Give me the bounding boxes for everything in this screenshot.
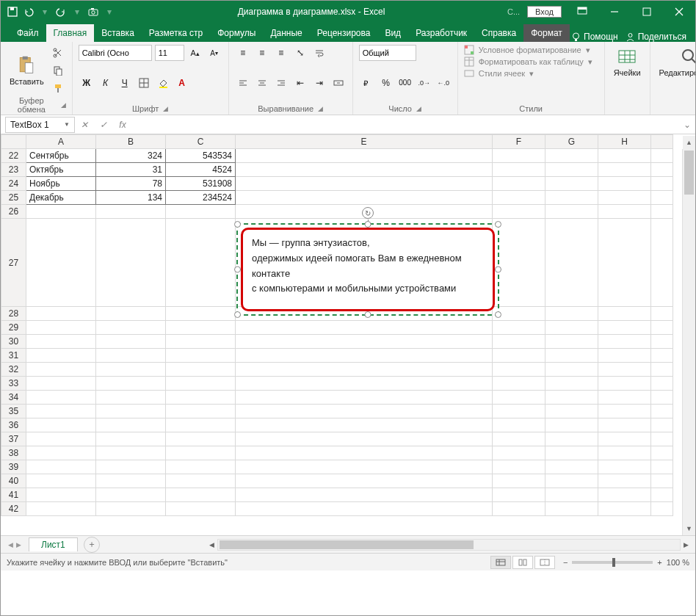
cell[interactable] bbox=[545, 446, 598, 460]
row-header[interactable]: 41 bbox=[1, 488, 26, 502]
worksheet-grid[interactable]: A B C E F G H 22 Сентябрь 324 543534 23 … bbox=[1, 134, 695, 535]
format-painter-button[interactable] bbox=[50, 80, 66, 96]
cell[interactable] bbox=[545, 377, 598, 391]
tab-developer[interactable]: Разработчик bbox=[408, 24, 474, 42]
font-color-button[interactable]: A bbox=[174, 75, 190, 91]
cell[interactable] bbox=[26, 446, 96, 460]
cell[interactable] bbox=[545, 391, 598, 405]
cell[interactable] bbox=[493, 474, 545, 488]
cell[interactable] bbox=[598, 460, 651, 474]
cell[interactable]: Ноябрь bbox=[26, 177, 96, 191]
cell[interactable] bbox=[651, 391, 673, 405]
cell[interactable] bbox=[598, 205, 651, 219]
cell[interactable] bbox=[26, 474, 96, 488]
dialog-launcher-icon[interactable]: ◢ bbox=[318, 105, 323, 112]
cell[interactable] bbox=[236, 191, 493, 205]
tab-help[interactable]: Справка bbox=[474, 24, 523, 42]
vertical-scrollbar[interactable]: ▲ ▼ bbox=[682, 149, 695, 535]
cell[interactable] bbox=[166, 335, 236, 349]
row-header[interactable]: 23 bbox=[1, 163, 26, 177]
tab-formulas[interactable]: Формулы bbox=[210, 24, 263, 42]
zoom-slider[interactable] bbox=[572, 561, 653, 564]
cell[interactable] bbox=[651, 307, 673, 321]
cell[interactable] bbox=[236, 488, 493, 502]
cell[interactable] bbox=[236, 377, 493, 391]
align-bottom-button[interactable]: ≡ bbox=[273, 45, 289, 61]
resize-handle[interactable] bbox=[234, 311, 241, 318]
cell[interactable] bbox=[26, 205, 96, 219]
cell[interactable] bbox=[166, 446, 236, 460]
tab-insert[interactable]: Вставка bbox=[94, 24, 142, 42]
cell[interactable] bbox=[598, 418, 651, 432]
cell[interactable] bbox=[26, 502, 96, 516]
align-left-button[interactable] bbox=[235, 75, 251, 91]
borders-button[interactable] bbox=[136, 75, 152, 91]
accounting-button[interactable]: ₽ bbox=[359, 75, 375, 91]
cell[interactable] bbox=[493, 205, 545, 219]
cell[interactable] bbox=[96, 307, 166, 321]
cell[interactable] bbox=[598, 149, 651, 163]
scroll-down-icon[interactable]: ▼ bbox=[683, 522, 695, 535]
cell[interactable] bbox=[598, 307, 651, 321]
dialog-launcher-icon[interactable]: ◢ bbox=[61, 101, 66, 109]
cell[interactable] bbox=[166, 349, 236, 363]
name-box[interactable]: TextBox 1▼ bbox=[5, 117, 75, 133]
qat-more[interactable]: ▾ bbox=[104, 6, 115, 18]
cell[interactable] bbox=[166, 205, 236, 219]
decrease-font-button[interactable]: A▾ bbox=[206, 45, 222, 61]
cell[interactable] bbox=[166, 432, 236, 446]
cell[interactable] bbox=[26, 335, 96, 349]
cell[interactable] bbox=[545, 191, 598, 205]
share-button[interactable]: Поделиться bbox=[626, 32, 686, 42]
cell[interactable] bbox=[545, 418, 598, 432]
cell[interactable] bbox=[651, 460, 673, 474]
cell[interactable] bbox=[96, 349, 166, 363]
row-header[interactable]: 40 bbox=[1, 474, 26, 488]
cell[interactable] bbox=[96, 363, 166, 377]
cell[interactable] bbox=[651, 377, 673, 391]
cell[interactable] bbox=[651, 446, 673, 460]
cell[interactable] bbox=[236, 502, 493, 516]
cell[interactable] bbox=[236, 460, 493, 474]
cell[interactable] bbox=[236, 335, 493, 349]
cell[interactable] bbox=[493, 349, 545, 363]
scroll-up-icon[interactable]: ▲ bbox=[683, 136, 695, 149]
cell[interactable] bbox=[651, 149, 673, 163]
cell[interactable] bbox=[651, 219, 673, 307]
cell[interactable] bbox=[96, 432, 166, 446]
cell[interactable] bbox=[598, 363, 651, 377]
textbox-shape[interactable]: ↻ Мы — группа энтузиастов, одержимых иде… bbox=[239, 226, 496, 313]
cell[interactable] bbox=[96, 446, 166, 460]
cell[interactable] bbox=[96, 488, 166, 502]
cell[interactable] bbox=[493, 418, 545, 432]
cell[interactable] bbox=[493, 191, 545, 205]
cell[interactable] bbox=[545, 502, 598, 516]
align-top-button[interactable]: ≡ bbox=[235, 45, 251, 61]
percent-button[interactable]: % bbox=[378, 75, 394, 91]
cell[interactable] bbox=[598, 432, 651, 446]
maximize-button[interactable] bbox=[631, 1, 663, 23]
cell[interactable] bbox=[96, 205, 166, 219]
tab-view[interactable]: Вид bbox=[377, 24, 408, 42]
font-name-combo[interactable] bbox=[79, 45, 152, 61]
cell[interactable]: 31 bbox=[96, 163, 166, 177]
cell[interactable] bbox=[493, 446, 545, 460]
textbox-content[interactable]: Мы — группа энтузиастов, одержимых идеей… bbox=[241, 228, 495, 311]
cell[interactable] bbox=[545, 335, 598, 349]
cell[interactable] bbox=[545, 163, 598, 177]
cell[interactable] bbox=[166, 363, 236, 377]
align-center-button[interactable] bbox=[254, 75, 270, 91]
cell-styles-button[interactable]: Стили ячеек ▾ bbox=[464, 68, 598, 79]
conditional-formatting-button[interactable]: Условное форматирование ▾ bbox=[464, 45, 598, 55]
close-button[interactable] bbox=[663, 1, 695, 23]
cell[interactable] bbox=[166, 321, 236, 335]
wrap-text-button[interactable] bbox=[311, 45, 327, 61]
cell[interactable] bbox=[545, 219, 598, 307]
cell[interactable] bbox=[236, 474, 493, 488]
cell[interactable] bbox=[96, 460, 166, 474]
formula-input[interactable] bbox=[132, 117, 679, 133]
cell[interactable] bbox=[26, 321, 96, 335]
cell[interactable] bbox=[545, 488, 598, 502]
row-header[interactable]: 30 bbox=[1, 335, 26, 349]
cell[interactable] bbox=[651, 474, 673, 488]
